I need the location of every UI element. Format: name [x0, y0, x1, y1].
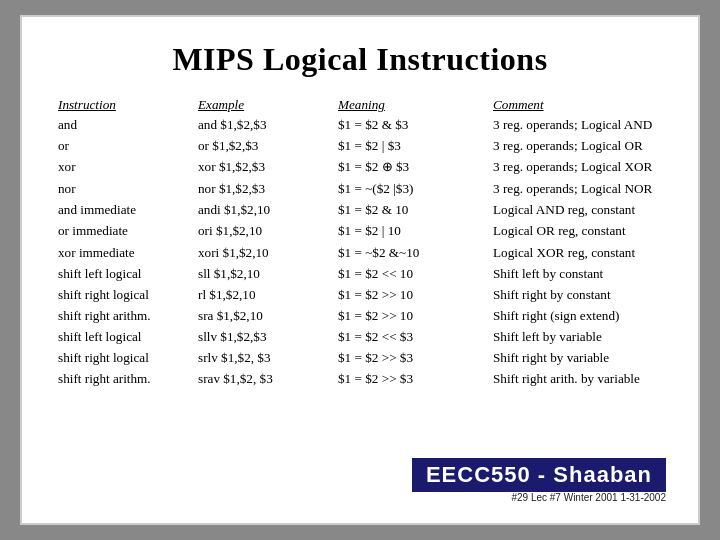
cell-instruction: shift right arithm.	[54, 305, 194, 326]
cell-meaning: $1 = $2 & 10	[334, 199, 489, 220]
cell-comment: Logical OR reg, constant	[489, 220, 666, 241]
header-meaning: Meaning	[334, 96, 489, 114]
cell-meaning: $1 = $2 << 10	[334, 263, 489, 284]
cell-meaning: $1 = $2 >> $3	[334, 368, 489, 389]
cell-comment: 3 reg. operands; Logical AND	[489, 114, 666, 135]
cell-instruction: and	[54, 114, 194, 135]
cell-meaning: $1 = ~$2 &~10	[334, 242, 489, 263]
table-row: shift right arithm.srav $1,$2, $3$1 = $2…	[54, 368, 666, 389]
table-row: or immediateori $1,$2,10$1 = $2 | 10Logi…	[54, 220, 666, 241]
cell-example: sllv $1,$2,$3	[194, 326, 334, 347]
cell-example: srlv $1,$2, $3	[194, 347, 334, 368]
slide: MIPS Logical Instructions Instruction Ex…	[20, 15, 700, 525]
table-row: and immediateandi $1,$2,10$1 = $2 & 10Lo…	[54, 199, 666, 220]
cell-meaning: $1 = ~($2 |$3)	[334, 178, 489, 199]
cell-instruction: shift right logical	[54, 284, 194, 305]
instructions-table: Instruction Example Meaning Comment anda…	[54, 96, 666, 390]
cell-example: xori $1,$2,10	[194, 242, 334, 263]
table-row: shift right logicalrl $1,$2,10$1 = $2 >>…	[54, 284, 666, 305]
slide-title: MIPS Logical Instructions	[54, 41, 666, 78]
cell-example: rl $1,$2,10	[194, 284, 334, 305]
cell-comment: Shift right by variable	[489, 347, 666, 368]
table-container: Instruction Example Meaning Comment anda…	[54, 96, 666, 450]
cell-instruction: and immediate	[54, 199, 194, 220]
cell-comment: Shift right (sign extend)	[489, 305, 666, 326]
cell-comment: Shift right by constant	[489, 284, 666, 305]
table-row: shift left logicalsll $1,$2,10$1 = $2 <<…	[54, 263, 666, 284]
cell-meaning: $1 = $2 ⊕ $3	[334, 156, 489, 178]
cell-example: ori $1,$2,10	[194, 220, 334, 241]
cell-instruction: nor	[54, 178, 194, 199]
header-comment: Comment	[489, 96, 666, 114]
table-row: shift right logicalsrlv $1,$2, $3$1 = $2…	[54, 347, 666, 368]
table-row: andand $1,$2,$3$1 = $2 & $33 reg. operan…	[54, 114, 666, 135]
cell-comment: 3 reg. operands; Logical XOR	[489, 156, 666, 178]
footer-badge: EECC550 - Shaaban	[412, 458, 666, 492]
cell-comment: 3 reg. operands; Logical NOR	[489, 178, 666, 199]
footer: EECC550 - Shaaban #29 Lec #7 Winter 2001…	[54, 458, 666, 503]
cell-meaning: $1 = $2 >> 10	[334, 305, 489, 326]
cell-instruction: shift left logical	[54, 263, 194, 284]
cell-instruction: shift right logical	[54, 347, 194, 368]
table-row: xor immediatexori $1,$2,10$1 = ~$2 &~10L…	[54, 242, 666, 263]
cell-comment: 3 reg. operands; Logical OR	[489, 135, 666, 156]
cell-meaning: $1 = $2 >> 10	[334, 284, 489, 305]
header-instruction: Instruction	[54, 96, 194, 114]
cell-example: and $1,$2,$3	[194, 114, 334, 135]
cell-meaning: $1 = $2 << $3	[334, 326, 489, 347]
table-row: oror $1,$2,$3$1 = $2 | $33 reg. operands…	[54, 135, 666, 156]
cell-instruction: xor	[54, 156, 194, 178]
cell-comment: Shift left by constant	[489, 263, 666, 284]
cell-meaning: $1 = $2 | 10	[334, 220, 489, 241]
cell-example: xor $1,$2,$3	[194, 156, 334, 178]
cell-example: andi $1,$2,10	[194, 199, 334, 220]
cell-instruction: or immediate	[54, 220, 194, 241]
cell-meaning: $1 = $2 >> $3	[334, 347, 489, 368]
cell-instruction: or	[54, 135, 194, 156]
cell-example: srav $1,$2, $3	[194, 368, 334, 389]
table-row: shift left logicalsllv $1,$2,$3$1 = $2 <…	[54, 326, 666, 347]
cell-instruction: shift right arithm.	[54, 368, 194, 389]
cell-meaning: $1 = $2 | $3	[334, 135, 489, 156]
cell-instruction: xor immediate	[54, 242, 194, 263]
footer-badge-text: EECC550 - Shaaban	[426, 462, 652, 487]
table-row: nornor $1,$2,$3$1 = ~($2 |$3)3 reg. oper…	[54, 178, 666, 199]
cell-meaning: $1 = $2 & $3	[334, 114, 489, 135]
cell-example: nor $1,$2,$3	[194, 178, 334, 199]
table-row: xorxor $1,$2,$3$1 = $2 ⊕ $33 reg. operan…	[54, 156, 666, 178]
cell-comment: Logical XOR reg, constant	[489, 242, 666, 263]
cell-example: or $1,$2,$3	[194, 135, 334, 156]
cell-example: sll $1,$2,10	[194, 263, 334, 284]
cell-comment: Logical AND reg, constant	[489, 199, 666, 220]
cell-example: sra $1,$2,10	[194, 305, 334, 326]
table-row: shift right arithm.sra $1,$2,10$1 = $2 >…	[54, 305, 666, 326]
cell-comment: Shift right arith. by variable	[489, 368, 666, 389]
cell-comment: Shift left by variable	[489, 326, 666, 347]
header-example: Example	[194, 96, 334, 114]
footer-sub: #29 Lec #7 Winter 2001 1-31-2002	[511, 492, 666, 503]
cell-instruction: shift left logical	[54, 326, 194, 347]
